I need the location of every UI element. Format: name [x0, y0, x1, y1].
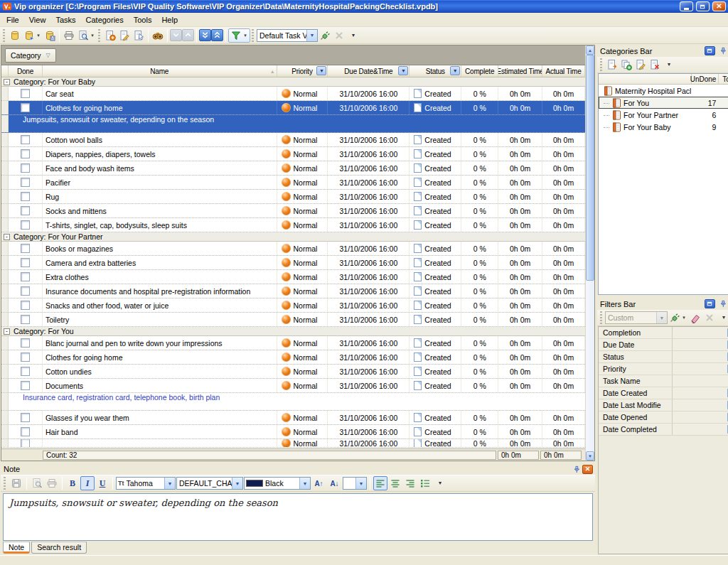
column-header-status[interactable]: Status▼ — [410, 65, 461, 77]
close-button[interactable]: ✕ — [712, 1, 726, 11]
filter-row-completion[interactable]: Completion▼ — [599, 327, 728, 339]
tree-item-maternity-hospital-pacl[interactable]: Maternity Hospital Pacl — [599, 85, 728, 97]
task-note-row[interactable]: Insurance card, registration card, telep… — [1, 393, 585, 411]
tree-header-undone[interactable]: UnDone — [691, 74, 718, 84]
combo-dropdown-icon[interactable]: ▼ — [232, 478, 242, 489]
filter-row-date-last-modifie[interactable]: Date Last Modifie▼ — [599, 399, 728, 411]
done-checkbox[interactable] — [21, 286, 30, 296]
group-by-category-button[interactable]: Category ▽ — [5, 48, 56, 63]
filter-row-date-completed[interactable]: Date Completed▼ — [599, 424, 728, 436]
combo-dropdown-icon[interactable]: ▼ — [656, 312, 667, 323]
print-note-button[interactable] — [45, 476, 59, 490]
done-checkbox[interactable] — [21, 149, 30, 158]
menu-tools[interactable]: Tools — [129, 14, 157, 26]
done-checkbox[interactable] — [21, 439, 30, 447]
tab-note[interactable]: Note — [3, 542, 30, 554]
collapse-all-button[interactable] — [211, 29, 223, 41]
done-checkbox[interactable] — [21, 244, 30, 253]
new-subcategory-button[interactable] — [619, 58, 633, 72]
delete-filter-button[interactable] — [702, 311, 717, 325]
find-tasks-button[interactable] — [151, 28, 165, 43]
apply-view-button[interactable] — [318, 28, 332, 43]
collapse-icon[interactable]: - — [4, 79, 10, 85]
print-preview-button[interactable]: ▾ — [76, 28, 97, 43]
column-filter-button[interactable]: ▼ — [316, 66, 326, 75]
task-view-combo[interactable]: Default Task V▼ — [257, 29, 318, 42]
category-group-row[interactable]: -Category: For Your Partner — [1, 232, 585, 242]
column-header-name[interactable]: Name▲ — [43, 65, 277, 77]
save-note-button[interactable] — [9, 476, 23, 490]
menu-file[interactable]: File — [1, 14, 24, 26]
apply-filter-dropdown-icon[interactable]: ▾ — [681, 315, 687, 321]
new-database-button[interactable]: ▾ — [22, 28, 43, 43]
categories-overflow-button[interactable]: ▾ — [662, 58, 676, 72]
category-group-row[interactable]: -Category: For Your Baby — [1, 77, 585, 87]
task-row[interactable]: Normal31/10/2006 16:00Created0 %0h 0m0h … — [1, 439, 585, 448]
charset-combo[interactable]: DEFAULT_CHAR▼ — [176, 477, 243, 490]
vertical-scrollbar[interactable]: ▲ ▼ — [585, 45, 594, 461]
close-note-panel-button[interactable]: ✕ — [582, 465, 593, 474]
done-checkbox[interactable] — [21, 163, 30, 173]
filter-row-date-created[interactable]: Date Created▼ — [599, 387, 728, 399]
pin-note-panel-button[interactable] — [570, 465, 581, 474]
column-header-priority[interactable]: Priority▼ — [277, 65, 328, 77]
task-row[interactable]: Books or magazinesNormal31/10/2006 16:00… — [1, 242, 585, 256]
bold-button[interactable]: B — [65, 476, 80, 490]
font-increase-button[interactable]: A↑ — [311, 476, 326, 490]
done-checkbox[interactable] — [21, 272, 30, 281]
done-checkbox[interactable] — [21, 135, 30, 144]
column-header-actual-time[interactable]: Actual Time — [542, 65, 585, 77]
new-task-button[interactable] — [103, 28, 117, 43]
task-row[interactable]: Car seatNormal31/10/2006 16:00Created0 %… — [1, 87, 585, 101]
align-right-button[interactable] — [403, 476, 417, 490]
toolbar-overflow-button[interactable]: ▾ — [346, 28, 360, 43]
task-row[interactable]: Extra clothesNormal31/10/2006 16:00Creat… — [1, 270, 585, 284]
filter-row-status[interactable]: Status▼ — [599, 351, 728, 363]
open-database-button[interactable] — [8, 28, 22, 43]
task-row[interactable]: Cotton undiesNormal31/10/2006 16:00Creat… — [1, 365, 585, 379]
done-checkbox[interactable] — [21, 353, 30, 362]
task-row[interactable]: RugNormal31/10/2006 16:00Created0 %0h 0m… — [1, 190, 585, 204]
font-decrease-button[interactable]: A↓ — [327, 476, 342, 490]
tree-item-for-your-partner[interactable]: For Your Partner66 — [599, 109, 728, 121]
done-checkbox[interactable] — [21, 301, 30, 310]
new-database-dropdown-icon[interactable]: ▾ — [36, 33, 41, 38]
tree-item-for-you[interactable]: For You1717 — [599, 97, 728, 109]
done-checkbox[interactable] — [21, 315, 30, 324]
delete-category-button[interactable] — [648, 58, 662, 72]
collapse-icon[interactable]: - — [4, 328, 10, 335]
note-overflow-button[interactable]: ▾ — [433, 476, 447, 490]
pin-categories-panel-button[interactable] — [717, 46, 727, 55]
done-checkbox[interactable] — [21, 367, 30, 376]
move-task-up-button[interactable] — [182, 29, 194, 41]
column-header-done[interactable]: Done — [9, 65, 43, 77]
save-database-button[interactable] — [43, 28, 57, 43]
edit-task-button[interactable] — [117, 28, 132, 43]
filter-row-date-opened[interactable]: Date Opened▼ — [599, 411, 728, 424]
task-row[interactable]: Blanc journal and pen to write down your… — [1, 336, 585, 350]
restore-button[interactable] — [696, 1, 710, 11]
done-checkbox[interactable] — [21, 103, 30, 112]
bullets-button[interactable] — [418, 476, 432, 490]
task-row[interactable]: PacifierNormal31/10/2006 16:00Created0 %… — [1, 176, 585, 190]
done-checkbox[interactable] — [21, 220, 30, 230]
column-header-due-date-time[interactable]: Due Date&Time▼ — [328, 65, 410, 77]
filter-row-due-date[interactable]: Due Date▼ — [599, 339, 728, 351]
font-color-combo[interactable]: Black▼ — [244, 477, 311, 490]
task-row[interactable]: Diapers, nappies, diapers, towelsNormal3… — [1, 147, 585, 161]
menu-tasks[interactable]: Tasks — [50, 14, 80, 26]
underline-button[interactable]: U — [95, 476, 109, 490]
filters-overflow-button[interactable]: ▾ — [717, 311, 728, 325]
menu-view[interactable]: View — [24, 14, 51, 26]
combo-dropdown-icon[interactable]: ▼ — [355, 478, 366, 489]
menu-help[interactable]: Help — [156, 14, 183, 26]
column-filter-button[interactable]: ▼ — [450, 66, 460, 75]
delete-view-button[interactable] — [332, 28, 346, 43]
move-task-down-button[interactable] — [170, 29, 182, 41]
task-row[interactable]: DocumentsNormal31/10/2006 16:00Created0 … — [1, 379, 585, 393]
assign-task-button[interactable] — [132, 28, 146, 43]
task-row[interactable]: Insurance documents and hospital pre-reg… — [1, 284, 585, 298]
restore-filters-panel-button[interactable] — [705, 299, 715, 308]
print-preview-dropdown-icon[interactable]: ▾ — [90, 33, 95, 38]
done-checkbox[interactable] — [21, 427, 30, 436]
